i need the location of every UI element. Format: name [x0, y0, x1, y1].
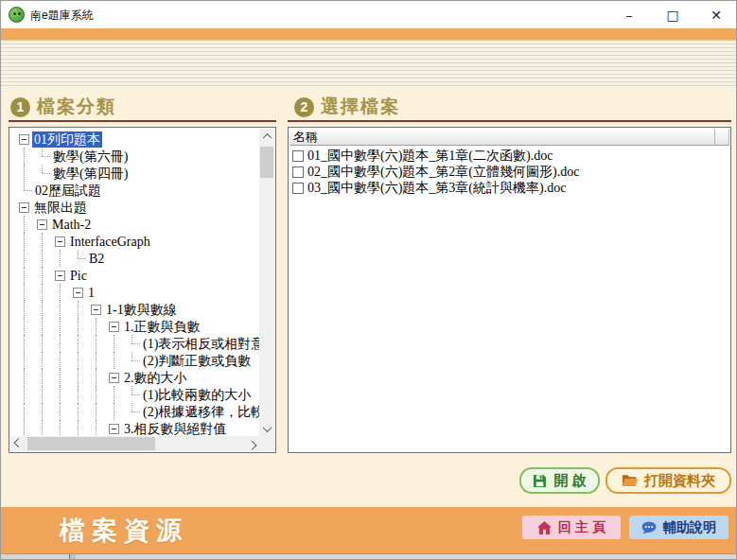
footer-bar: 檔案資源 回 主 頁 輔助說明 [1, 507, 737, 553]
collapse-minus-icon[interactable] [19, 202, 29, 213]
open-button[interactable]: 開 啟 [519, 467, 600, 494]
collapse-minus-icon[interactable] [109, 322, 119, 332]
open-button-label: 開 啟 [553, 472, 586, 490]
tree-guide-line [15, 233, 33, 250]
file-name[interactable]: 02_國中數學(六)題本_第2章(立體幾何圖形).doc [307, 164, 579, 181]
collapse-minus-icon[interactable] [73, 288, 83, 298]
tree-item[interactable]: Pic [15, 267, 259, 284]
tree-guide-line [15, 250, 33, 267]
tree-item[interactable]: (1)比較兩數的大小 [15, 386, 259, 403]
help-button[interactable]: 輔助說明 [629, 516, 728, 539]
tree-guide-line [69, 420, 87, 436]
tree-item-label[interactable]: (2)根據遞移律，比較 [141, 404, 259, 420]
tree-guide-line [33, 420, 51, 436]
tree-item-label[interactable]: InterfaceGraph [68, 234, 152, 250]
scroll-right-icon[interactable] [244, 436, 259, 451]
horizontal-scrollbar[interactable] [10, 436, 259, 451]
file-row[interactable]: 01_國中數學(六)題本_第1章(二次函數).doc [290, 148, 729, 164]
column-header-name[interactable]: 名稱 [290, 129, 715, 146]
tree-guide-line [15, 165, 33, 182]
tree-guide-line [15, 284, 33, 301]
tree-elbow-line [123, 386, 141, 403]
tree-item-label[interactable]: 01列印題本 [32, 131, 102, 148]
tree-item[interactable]: (2)根據遞移律，比較 [15, 403, 259, 420]
tree-elbow-line [123, 403, 141, 420]
tree-guide-line [33, 267, 51, 284]
tree-elbow-line [33, 148, 51, 165]
tree-guide-line [15, 420, 33, 436]
scroll-down-icon[interactable] [259, 421, 274, 436]
step-1-badge: 1 [10, 97, 30, 117]
vertical-scrollbar-thumb[interactable] [260, 147, 273, 178]
tree-item-label[interactable]: 1-1數與數線 [104, 302, 179, 318]
tree-item-label[interactable]: B2 [87, 251, 106, 267]
tree-guide-line [33, 335, 51, 352]
tree-item-label[interactable]: 3.相反數與絕對值 [122, 421, 229, 437]
tree-item-label[interactable]: Pic [68, 268, 89, 284]
tree-item-label[interactable]: 無限出題 [32, 200, 89, 216]
category-tree-panel: 01列印題本數學(第六冊)數學(第四冊)02歷屆試題無限出題Math-2Inte… [9, 127, 276, 453]
horizontal-scrollbar-thumb[interactable] [27, 437, 155, 450]
tree-item[interactable]: (1)表示相反或相對意 [15, 335, 259, 352]
tree-guide-line [51, 250, 69, 267]
collapse-minus-icon[interactable] [91, 305, 101, 315]
tree-item[interactable]: 01列印題本 [15, 131, 259, 148]
file-checkbox[interactable] [292, 166, 304, 178]
file-checkbox[interactable] [292, 183, 304, 194]
tree-elbow-line [15, 182, 33, 199]
collapse-minus-icon[interactable] [19, 134, 29, 145]
tree-guide-line [69, 386, 87, 403]
tree-item-label[interactable]: 02歷屆試題 [33, 183, 103, 199]
tree-elbow-line [123, 352, 141, 369]
app-icon [9, 7, 25, 23]
tree-item-label[interactable]: 1 [86, 285, 97, 301]
tree-item-label[interactable]: 1.正數與負數 [122, 319, 202, 335]
scroll-up-icon[interactable] [259, 129, 274, 144]
window-title: 南e題庫系統 [30, 8, 94, 24]
file-name[interactable]: 01_國中數學(六)題本_第1章(二次函數).doc [307, 148, 553, 165]
tree-item-label[interactable]: Math-2 [50, 217, 93, 233]
tree-item[interactable]: 1.正數與負數 [15, 318, 259, 335]
vertical-scrollbar[interactable] [259, 129, 274, 436]
tree-guide-line [87, 386, 105, 403]
home-button[interactable]: 回 主 頁 [522, 516, 621, 539]
file-row[interactable]: 03_國中數學(六)題本_第3章(統計與機率).doc [290, 180, 729, 196]
tree-item-label[interactable]: (2)判斷正數或負數 [141, 353, 253, 369]
file-checkbox[interactable] [292, 150, 304, 162]
collapse-minus-icon[interactable] [37, 219, 47, 230]
tree-item[interactable]: Math-2 [15, 216, 259, 233]
tree-item[interactable]: 數學(第六冊) [15, 148, 259, 165]
tree-item[interactable]: InterfaceGraph [15, 233, 259, 250]
tree-item[interactable]: B2 [15, 250, 259, 267]
open-folder-button[interactable]: 打開資料夾 [605, 467, 731, 494]
minimize-icon[interactable]: – [607, 1, 651, 28]
tree-item[interactable]: 02歷屆試題 [15, 182, 259, 199]
tree-item[interactable]: (2)判斷正數或負數 [15, 352, 259, 369]
tree-item[interactable]: 1-1數與數線 [15, 301, 259, 318]
tree-item[interactable]: 2.數的大小 [15, 369, 259, 386]
close-icon[interactable]: ✕ [694, 1, 737, 28]
tree-item[interactable]: 3.相反數與絕對值 [15, 420, 259, 436]
tree-item-label[interactable]: 數學(第六冊) [51, 149, 130, 165]
scroll-left-icon[interactable] [10, 436, 26, 451]
tree-guide-line [33, 233, 51, 250]
tree-item-label[interactable]: (1)表示相反或相對意 [141, 336, 259, 352]
tree-item[interactable]: 數學(第四冊) [15, 165, 259, 182]
collapse-minus-icon[interactable] [109, 424, 119, 434]
tree-item[interactable]: 1 [15, 284, 259, 301]
collapse-minus-icon[interactable] [55, 271, 65, 281]
tree-item-label[interactable]: (1)比較兩數的大小 [141, 387, 253, 403]
section-title-classification: 檔案分類 [37, 95, 116, 119]
tree-guide-line [15, 301, 33, 318]
tree-guide-line [33, 250, 51, 267]
app-window: 南e題庫系統 – □ ✕ 1 檔案分類 2 選擇檔案 01列印題本數學(第六冊)… [0, 0, 737, 560]
tree-item[interactable]: 無限出題 [15, 199, 259, 216]
file-row[interactable]: 02_國中數學(六)題本_第2章(立體幾何圖形).doc [290, 164, 729, 180]
collapse-minus-icon[interactable] [55, 236, 65, 247]
tree-item-label[interactable]: 數學(第四冊) [51, 166, 130, 182]
file-name[interactable]: 03_國中數學(六)題本_第3章(統計與機率).doc [307, 180, 566, 197]
collapse-minus-icon[interactable] [109, 373, 119, 383]
maximize-icon[interactable]: □ [651, 1, 694, 28]
tree-guide-line [15, 386, 33, 403]
tree-item-label[interactable]: 2.數的大小 [122, 370, 189, 386]
